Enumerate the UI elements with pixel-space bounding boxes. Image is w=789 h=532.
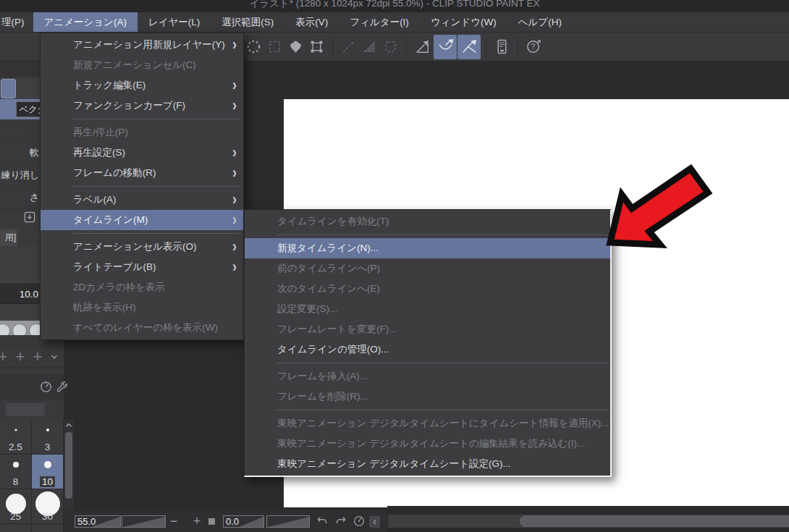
undo-icon[interactable] xyxy=(316,514,330,528)
menu-help[interactable]: ヘルプ(H) xyxy=(507,12,573,32)
rotate-slider[interactable] xyxy=(266,515,310,528)
brush-size-cell[interactable]: 30 xyxy=(32,489,64,524)
subtool-header-row xyxy=(0,62,41,78)
menu-item-label: 新規アニメーションセル(C) xyxy=(73,59,196,72)
vector-pen-icon[interactable] xyxy=(413,36,432,58)
timeline-item-change-frame-rate: フレームレートを変更(F)... xyxy=(245,319,610,339)
subtool-footer-row[interactable] xyxy=(0,206,41,228)
chevron-up-icon[interactable] xyxy=(64,420,74,431)
menu-animation[interactable]: アニメーション(A) xyxy=(33,12,138,32)
palette-scrollbar-thumb[interactable] xyxy=(65,432,72,499)
straight-line-icon[interactable] xyxy=(339,36,358,58)
help-icon[interactable]: ? xyxy=(524,36,544,58)
animation-menu-item-timeline[interactable]: タイムライン(M)› xyxy=(41,210,243,230)
menu-separator xyxy=(277,235,608,235)
menu-page-management[interactable]: 理(P) xyxy=(0,12,33,32)
brush-size-field[interactable]: 10.0 xyxy=(0,284,41,304)
timeline-item-change-settings: 設定変更(S)... xyxy=(245,299,610,319)
submenu-arrow-icon: › xyxy=(232,258,237,275)
subtool-item[interactable]: 軟 xyxy=(0,142,41,164)
menu-filter[interactable]: フィルター(I) xyxy=(339,12,420,32)
timeline-item-toei-apply-timesheet-info: 東映アニメーション デジタルタイムシートにタイムシート情報を適用(X)... xyxy=(245,413,610,434)
animation-menu-item-function-curve[interactable]: ファンクションカーブ(F)› xyxy=(41,96,243,116)
animation-menu-item-label[interactable]: ラベル(A)› xyxy=(41,190,243,210)
submenu-arrow-icon: › xyxy=(232,97,237,114)
palette-dock-tab[interactable] xyxy=(6,403,45,416)
brush-size-cell[interactable]: 2.5 xyxy=(0,420,32,455)
marquee-select-icon[interactable] xyxy=(265,36,284,58)
menu-item-label: フレームレートを変更(F)... xyxy=(277,323,397,336)
submenu-arrow-icon: › xyxy=(232,238,237,255)
tablet-companion-icon[interactable] xyxy=(492,36,512,58)
animation-menu-item-show-2d-camera-frame: 2Dカメラの枠を表示 xyxy=(41,277,243,297)
menu-separator xyxy=(277,410,608,410)
toolbar-separator xyxy=(486,38,486,56)
menu-layer[interactable]: レイヤー(L) xyxy=(138,12,211,32)
tool-property-tab[interactable]: 用] xyxy=(0,229,17,246)
figure-fill-icon[interactable] xyxy=(286,36,305,58)
subtool-item[interactable] xyxy=(0,119,41,142)
gauge-icon[interactable] xyxy=(39,380,53,394)
menu-item-label: フレームの移動(R) xyxy=(73,166,156,180)
menu-window-menu[interactable]: ウィンドウ(W) xyxy=(420,12,507,32)
selection-launcher-icon[interactable] xyxy=(244,36,263,58)
horizontal-scrollbar[interactable] xyxy=(388,515,789,528)
wrench-icon[interactable] xyxy=(55,380,69,394)
timeline-item-enable-timeline: タイムラインを有効化(T) xyxy=(245,211,610,232)
animation-menu-item-show-trajectory: 軌跡を表示(H) xyxy=(41,297,243,318)
animation-menu-item-new-animation-layer[interactable]: アニメーション用新規レイヤー(Y)› xyxy=(41,35,243,55)
menu-item-label: 設定変更(S)... xyxy=(277,303,337,316)
brush-size-cell[interactable]: 10 xyxy=(32,455,64,489)
animation-menu-item-light-table[interactable]: ライトテーブル(B)› xyxy=(41,257,243,277)
polyline-pen-icon[interactable] xyxy=(457,35,481,59)
curve-pen-icon[interactable] xyxy=(434,35,457,59)
selected-subtool-swatch[interactable] xyxy=(1,79,16,98)
brush-tip-row[interactable]: + + + xyxy=(0,345,64,368)
rotate-value-box[interactable]: 0.0 xyxy=(223,515,264,528)
zoom-out-icon[interactable]: − xyxy=(167,514,180,528)
zoom-value-box[interactable]: 55.0 xyxy=(75,515,121,528)
menu-separator xyxy=(72,119,241,119)
subtool-item[interactable]: 練り消し xyxy=(0,164,41,187)
menu-item-label: フレームを削除(R)... xyxy=(277,390,368,403)
menu-item-label: ラベル(A) xyxy=(73,193,116,206)
svg-text:?: ? xyxy=(531,42,536,51)
menu-item-label: トラック編集(E) xyxy=(73,79,145,92)
timeline-item-next-timeline: 次のタイムラインへ(E) xyxy=(245,279,610,299)
brush-size-cell[interactable]: 3 xyxy=(32,420,64,455)
animation-menu-item-new-animation-cel: 新規アニメーションセル(C) xyxy=(41,55,243,75)
animation-menu-item-track-edit[interactable]: トラック編集(E)› xyxy=(41,75,243,96)
chevron-down-icon[interactable] xyxy=(49,352,59,362)
animation-menu-item-show-animation-cel[interactable]: アニメーションセル表示(O)› xyxy=(41,237,243,257)
submenu-arrow-icon: › xyxy=(232,211,237,228)
menu-item-label: 2Dカメラの枠を表示 xyxy=(73,281,165,294)
redo-icon[interactable] xyxy=(334,514,349,528)
menu-bar: 理(P)アニメーション(A)レイヤー(L)選択範囲(S)表示(V)フィルター(I… xyxy=(0,12,789,33)
tool-property-tab-row: 用] xyxy=(0,228,41,246)
timeline-item-manage-timelines[interactable]: タイムラインの管理(O)... xyxy=(245,339,610,360)
animation-menu-item-move-frame[interactable]: フレームの移動(R)› xyxy=(41,163,243,183)
rounded-rect-icon[interactable] xyxy=(381,36,400,58)
timeline-item-toei-digital-timesheet-settings[interactable]: 東映アニメーション デジタルタイムシート設定(G)... xyxy=(245,454,610,474)
transform-frame-icon[interactable] xyxy=(307,36,326,58)
toolbar-separator xyxy=(332,38,333,56)
zoom-in-icon[interactable]: + xyxy=(190,514,203,528)
collapse-icon[interactable]: ‹ xyxy=(369,516,380,528)
menu-item-label: 次のタイムラインへ(E) xyxy=(277,282,380,295)
polyline-fill-icon[interactable] xyxy=(360,36,379,58)
timeline-item-new-timeline[interactable]: 新規タイムライン(N)... xyxy=(245,238,610,258)
zoom-slider[interactable] xyxy=(122,515,166,528)
toolbar-separator xyxy=(518,38,518,56)
brush-size-cell xyxy=(0,524,32,532)
animation-menu-item-playback-settings[interactable]: 再生設定(S)› xyxy=(41,143,243,163)
menu-selection[interactable]: 選択範囲(S) xyxy=(211,12,284,32)
add-to-group-icon[interactable] xyxy=(22,210,37,224)
horizontal-scrollbar-thumb[interactable] xyxy=(520,515,789,527)
brush-size-cell[interactable]: 25 xyxy=(0,489,32,524)
actual-size-icon[interactable] xyxy=(208,518,215,525)
reset-rotation-icon[interactable] xyxy=(353,514,367,528)
timeline-item-insert-frame: フレームを挿入(A)... xyxy=(245,366,610,387)
menu-item-label: すべてのレイヤーの枠を表示(W) xyxy=(73,321,218,334)
brush-size-cell[interactable]: 8 xyxy=(0,455,32,489)
menu-view[interactable]: 表示(V) xyxy=(284,12,339,32)
